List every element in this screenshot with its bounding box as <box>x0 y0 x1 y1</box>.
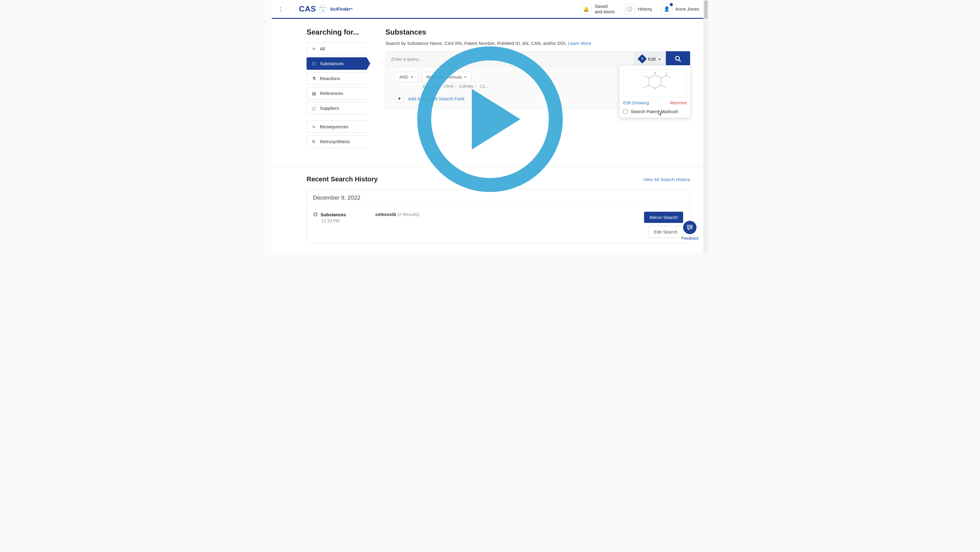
svg-text:N: N <box>654 72 656 74</box>
field-type-dropdown[interactable]: Molecular Formula <box>422 72 471 82</box>
saved-alerts-button[interactable]: 🔔 Saved and Alerts <box>581 4 615 14</box>
history-title: Recent Search History <box>307 175 378 183</box>
sidebar-item-suppliers[interactable]: 🛒 Suppliers <box>307 102 370 115</box>
history-card: December 9, 2022 ⬡ Substances 12:33 PM c… <box>307 189 690 243</box>
scrollbar-thumb[interactable] <box>704 1 708 19</box>
book-icon: ▤ <box>312 91 316 96</box>
main-panel: Substances Search by Substance Name, CAS… <box>385 28 690 154</box>
rerun-search-button[interactable]: Rerun Search <box>644 212 683 223</box>
logo-text: CAS <box>299 4 316 14</box>
app-name: SciFinderⁿ <box>330 6 352 11</box>
history-section: Recent Search History View All Search Hi… <box>272 166 708 253</box>
view-all-history-link[interactable]: View All Search History <box>643 177 690 182</box>
history-button[interactable]: 🕒 History <box>624 4 652 14</box>
page-description: Search by Substance Name, CAS RN, Patent… <box>385 41 690 46</box>
svg-line-8 <box>661 85 666 87</box>
markush-checkbox[interactable]: Search Patent Markush <box>623 109 687 114</box>
chat-icon <box>683 221 697 234</box>
page-title: Substances <box>385 28 690 37</box>
operator-dropdown[interactable]: AND <box>395 72 418 82</box>
plus-icon: + <box>395 94 404 103</box>
top-bar: ⋮ CAS SciFinderⁿ 🔔 Saved and Alerts 🕒 Hi… <box>272 0 708 19</box>
logo[interactable]: CAS SciFinderⁿ <box>299 4 353 14</box>
search-row: Enter a query... ✎ Edit <box>385 51 690 67</box>
search-input[interactable]: Enter a query... <box>385 51 634 67</box>
user-icon: 👤 <box>661 4 672 14</box>
history-time: 12:33 PM <box>321 218 368 223</box>
saved-alerts-label: Saved and Alerts <box>595 4 615 14</box>
feedback-label: Feedback <box>681 236 698 240</box>
edit-drawing-link[interactable]: Edit Drawing <box>623 100 649 105</box>
cursor-icon <box>658 110 663 116</box>
edit-structure-button[interactable]: ✎ Edit <box>634 51 666 67</box>
sidebar-item-label: Substances <box>320 61 344 66</box>
svg-marker-2 <box>649 75 661 88</box>
search-icon <box>675 56 681 62</box>
sidebar-item-label: Retrosynthesis <box>320 139 350 144</box>
sidebar-item-label: Suppliers <box>320 105 339 111</box>
flask-icon: ⚗ <box>312 76 316 81</box>
search-button[interactable] <box>666 51 690 67</box>
svg-point-13 <box>690 227 690 227</box>
user-name: Anne Jones <box>675 6 699 12</box>
notification-dot-icon <box>670 3 673 6</box>
history-row: ⬡ Substances 12:33 PM celecoxib (2 Resul… <box>307 206 690 243</box>
retro-icon: ↻ <box>312 139 316 144</box>
add-advanced-field-button[interactable]: + Add Advanced Search Field <box>395 94 464 103</box>
clock-icon: 🕒 <box>624 4 635 14</box>
svg-text:N: N <box>654 87 656 90</box>
caret-up-icon <box>658 58 661 60</box>
history-query: celecoxib (2 Results) <box>375 212 637 217</box>
cart-icon: 🛒 <box>312 106 316 111</box>
molecule-icon: N N <box>632 72 678 94</box>
sidebar: Searching for... ⚛ All ⬡ Substances ⚗ Re… <box>307 28 370 154</box>
sidebar-item-label: All <box>320 46 325 51</box>
learn-more-link[interactable]: Learn More <box>568 41 591 46</box>
history-date: December 9, 2022 <box>307 189 690 206</box>
atom-icon: ⚛ <box>312 46 316 51</box>
sidebar-item-references[interactable]: ▤ References <box>307 87 370 99</box>
svg-line-3 <box>644 76 649 78</box>
scrollbar[interactable] <box>703 0 708 253</box>
sidebar-item-biosequences[interactable]: ∿ Biosequences <box>307 121 370 133</box>
svg-line-4 <box>644 85 649 87</box>
svg-point-12 <box>689 227 689 227</box>
pencil-icon: ✎ <box>638 54 647 64</box>
app-menu-icon[interactable]: ⋮ <box>275 5 287 13</box>
structure-thumbnail[interactable]: N N <box>623 69 687 97</box>
svg-point-0 <box>676 56 679 60</box>
edit-label: Edit <box>648 56 656 62</box>
sidebar-title: Searching for... <box>307 28 370 37</box>
dna-icon: ∿ <box>312 124 316 129</box>
feedback-button[interactable]: Feedback <box>681 221 698 240</box>
caret-down-icon <box>411 76 413 78</box>
logo-swirl-icon <box>319 5 327 13</box>
history-type: ⬡ Substances <box>313 212 368 217</box>
user-menu[interactable]: 👤 Anne Jones <box>661 4 699 14</box>
hexagon-icon: ⬡ <box>312 61 316 66</box>
hexagon-icon: ⬡ <box>313 212 317 217</box>
svg-point-14 <box>691 227 692 227</box>
bell-icon: 🔔 <box>581 4 592 14</box>
sidebar-item-substances[interactable]: ⬡ Substances <box>307 57 370 70</box>
sidebar-item-all[interactable]: ⚛ All <box>307 43 370 55</box>
markush-checkbox-input[interactable] <box>623 109 628 114</box>
sidebar-item-reactions[interactable]: ⚗ Reactions <box>307 72 370 84</box>
svg-line-6 <box>666 76 670 78</box>
sidebar-item-label: Biosequences <box>320 124 348 129</box>
sidebar-item-label: Reactions <box>320 76 340 81</box>
sidebar-item-label: References <box>320 91 343 96</box>
edit-search-button[interactable]: Edit Search <box>648 226 683 238</box>
sidebar-item-retrosynthesis[interactable]: ↻ Retrosynthesis <box>307 135 370 148</box>
svg-line-1 <box>679 60 681 62</box>
structure-popup: N N Edit Drawing Remove Search Patent Ma… <box>619 65 691 118</box>
history-label: History <box>638 6 652 12</box>
caret-down-icon <box>464 76 467 78</box>
svg-line-5 <box>661 76 666 78</box>
remove-drawing-link[interactable]: Remove <box>670 100 687 105</box>
